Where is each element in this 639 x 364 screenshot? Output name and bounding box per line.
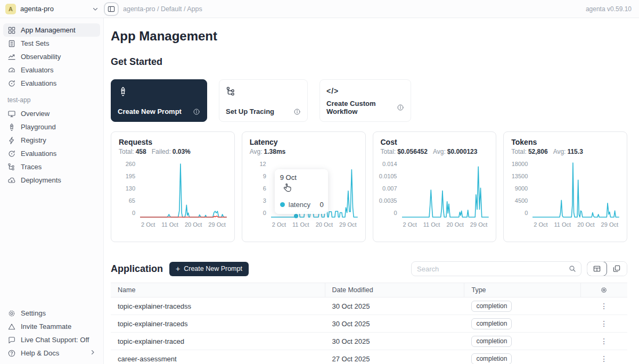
get-started-heading: Get Started xyxy=(111,56,627,68)
y-axis-labels: 0.0140.01050.0070.00350 xyxy=(381,160,402,216)
sidebar-item-invite-teammate[interactable]: Invite Teammate xyxy=(3,320,100,333)
column-header-date: Date Modified xyxy=(325,283,465,297)
sidebar-item-label: Observability xyxy=(21,53,61,61)
sidebar-item-evaluations[interactable]: Evaluations xyxy=(3,77,100,90)
tooltip-value: 0 xyxy=(320,201,324,209)
sidebar-item-deployments[interactable]: Deployments xyxy=(3,173,100,187)
sidebar-item-label: Traces xyxy=(21,163,42,171)
sidebar-item-app-management[interactable]: App Management xyxy=(3,23,100,37)
set-up-tracing-card[interactable]: Set Up Tracing xyxy=(219,79,308,122)
workspace-switcher[interactable]: A agenta-pro xyxy=(0,4,104,14)
metrics-row: Requests Total:458 Failed:0.03% 26019513… xyxy=(111,131,627,242)
card-label: Create New Prompt xyxy=(118,107,182,115)
application-heading: Application xyxy=(111,263,163,275)
app-date-modified: 30 Oct 2025 xyxy=(325,337,465,345)
app-name: topic-explainer-traceds xyxy=(111,320,325,328)
sidebar-item-evaluators[interactable]: Evaluators xyxy=(3,63,100,77)
applications-table: Name Date Modified Type topic-explainer-… xyxy=(111,283,627,364)
app-name: topic-explainer-traced xyxy=(111,337,325,345)
sidebar-item-live-chat[interactable]: Live Chat Support: Off xyxy=(3,333,100,346)
tokens-plot xyxy=(532,160,619,219)
breadcrumb[interactable]: agenta-pro / Default / Apps xyxy=(123,5,202,13)
table-view-button[interactable] xyxy=(587,261,607,276)
sidebar-item-traces[interactable]: Traces xyxy=(3,160,100,173)
sidebar-item-label: Overview xyxy=(21,110,50,118)
sidebar-collapse-button[interactable] xyxy=(104,2,119,16)
search-input[interactable] xyxy=(417,265,568,273)
page-title: App Management xyxy=(111,29,627,44)
sidebar-item-observability[interactable]: Observability xyxy=(3,50,100,63)
create-custom-workflow-card[interactable]: </> Create Custom Workflow xyxy=(320,79,411,122)
create-new-prompt-button[interactable]: + Create New Prompt xyxy=(169,262,249,276)
row-menu-button[interactable]: ⋮ xyxy=(600,302,608,310)
x-axis-labels: 2 Oct11 Oct20 Oct29 Oct xyxy=(119,221,227,228)
stat-avg: Avg:115.3 xyxy=(553,148,583,155)
cost-plot xyxy=(402,160,489,219)
requests-chart-card: Requests Total:458 Failed:0.03% 26019513… xyxy=(111,131,235,242)
card-view-icon xyxy=(612,264,621,273)
app-date-modified: 30 Oct 2025 xyxy=(325,320,465,328)
chart-title: Cost xyxy=(381,138,489,146)
panel-left-icon xyxy=(107,5,116,13)
column-header-type: Type xyxy=(464,283,580,297)
row-menu-button[interactable]: ⋮ xyxy=(600,355,608,362)
type-badge: completion xyxy=(471,336,512,347)
lightning-icon xyxy=(7,136,16,145)
table-header: Name Date Modified Type xyxy=(111,283,627,297)
stat-total: Total:$0.056452 xyxy=(381,148,428,155)
rocket-icon xyxy=(7,123,16,131)
stat-total: Total:458 xyxy=(119,148,146,155)
trace-tree-icon xyxy=(7,163,16,171)
chart-tooltip: 9 Oct latency 0 xyxy=(275,169,328,214)
sidebar-item-help-docs[interactable]: Help & Docs xyxy=(3,346,100,360)
table-row[interactable]: topic-explainer-traced 30 Oct 2025 compl… xyxy=(111,333,627,350)
info-icon[interactable] xyxy=(193,108,200,115)
sidebar-item-playground[interactable]: Playground xyxy=(3,120,100,134)
help-circle-icon xyxy=(7,349,16,358)
info-icon[interactable] xyxy=(293,108,301,115)
sidebar-item-evaluations-project[interactable]: Evaluations xyxy=(3,147,100,160)
row-menu-button[interactable]: ⋮ xyxy=(600,337,608,345)
app-date-modified: 30 Oct 2025 xyxy=(325,302,465,310)
hovered-point-marker xyxy=(294,214,298,218)
view-toggle xyxy=(587,261,627,276)
sidebar-item-overview[interactable]: Overview xyxy=(3,107,100,120)
x-axis-labels: 2 Oct11 Oct20 Oct29 Oct xyxy=(250,221,358,228)
trace-tree-icon xyxy=(226,89,236,98)
create-new-prompt-card[interactable]: Create New Prompt xyxy=(111,79,207,122)
search-icon[interactable] xyxy=(568,264,577,273)
sidebar-item-label: Evaluations xyxy=(21,79,56,87)
chevron-down-icon xyxy=(92,6,99,12)
cost-chart-card: Cost Total:$0.056452 Avg:$0.000123 0.014… xyxy=(373,131,497,242)
test-sets-icon xyxy=(7,39,16,48)
sidebar-item-label: Settings xyxy=(21,309,46,317)
table-row[interactable]: career-assessment 27 Oct 2025 completion… xyxy=(111,350,627,364)
y-axis-labels: 1800013500900045000 xyxy=(511,160,532,216)
project-section-label: test-app xyxy=(7,96,100,104)
sidebar-item-label: Help & Docs xyxy=(21,349,59,357)
latency-chart-card: Latency Avg:1.38ms 129630 xyxy=(242,131,366,242)
card-view-button[interactable] xyxy=(607,262,627,276)
table-row[interactable]: topic-explainer-traceds 30 Oct 2025 comp… xyxy=(111,315,627,333)
x-axis-labels: 2 Oct11 Oct20 Oct29 Oct xyxy=(381,221,489,228)
card-label: Set Up Tracing xyxy=(226,107,274,115)
table-row[interactable]: topic-explainer-tracedss 30 Oct 2025 com… xyxy=(111,297,627,315)
sidebar-item-registry[interactable]: Registry xyxy=(3,134,100,147)
sidebar-item-settings[interactable]: Settings xyxy=(3,307,100,320)
tooltip-series-name: latency xyxy=(289,201,310,209)
grid-icon xyxy=(7,26,16,35)
type-badge: completion xyxy=(471,353,512,364)
app-name: career-assessment xyxy=(111,355,325,363)
info-icon[interactable] xyxy=(397,104,404,111)
sidebar-item-label: Invite Teammate xyxy=(21,322,71,330)
sidebar-item-label: Playground xyxy=(21,123,56,131)
table-settings-gear-icon[interactable] xyxy=(600,286,608,294)
sidebar-item-label: Evaluations xyxy=(21,150,56,158)
row-menu-button[interactable]: ⋮ xyxy=(600,320,608,327)
app-name: topic-explainer-tracedss xyxy=(111,302,325,310)
tooltip-date: 9 Oct xyxy=(280,173,323,181)
rocket-icon xyxy=(118,89,128,98)
app-window: A agenta-pro agenta-pro / Default / Apps… xyxy=(0,0,639,364)
type-badge: completion xyxy=(471,318,512,329)
sidebar-item-test-sets[interactable]: Test Sets xyxy=(3,37,100,50)
